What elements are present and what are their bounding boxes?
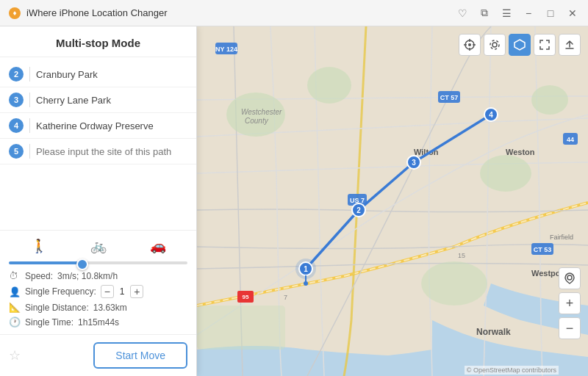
svg-text:4: 4	[489, 111, 493, 119]
mode-button[interactable]	[509, 34, 531, 56]
svg-text:CT 57: CT 57	[440, 94, 459, 101]
svg-point-48	[567, 275, 572, 280]
stop-divider	[29, 67, 30, 82]
walk-icon[interactable]: 🚶	[31, 238, 47, 254]
menu-button[interactable]: ☰	[500, 7, 513, 20]
restore-button[interactable]: □	[544, 7, 557, 20]
map-bottom-controls: + −	[559, 267, 581, 339]
time-row: 🕐 Single Time: 1h15m44s	[9, 317, 187, 328]
svg-text:Westchester: Westchester	[241, 108, 282, 116]
target-button[interactable]	[459, 34, 481, 56]
svg-text:2: 2	[356, 206, 361, 214]
frequency-controls: − 1 +	[101, 285, 187, 298]
bottom-section: ☆ Start Move	[0, 334, 196, 376]
stop-item: 5	[0, 139, 196, 164]
freq-value: 1	[120, 286, 125, 297]
app-title: iWhere iPhone Location Changer	[26, 7, 456, 18]
svg-text:Norwalk: Norwalk	[476, 327, 511, 337]
sidebar-title: Multi-stop Mode	[0, 26, 196, 57]
svg-text:Weston: Weston	[506, 148, 535, 156]
favorite-button[interactable]: ☆	[9, 347, 21, 364]
stop-item: 2 Cranbury Park	[0, 62, 196, 87]
svg-point-32	[304, 281, 308, 286]
car-icon[interactable]: 🚗	[150, 238, 166, 254]
svg-text:1: 1	[304, 265, 308, 273]
zoom-out-button[interactable]: −	[559, 317, 581, 339]
stop-divider	[29, 93, 30, 107]
frequency-icon: 👤	[9, 286, 21, 297]
svg-point-46	[490, 40, 499, 49]
stop-name: Katherine Ordway Preserve	[36, 120, 189, 131]
svg-text:7: 7	[284, 294, 287, 301]
time-label: Single Time:	[25, 317, 74, 328]
svg-point-40	[468, 43, 471, 46]
expand-button[interactable]	[534, 34, 556, 56]
main-container: Multi-stop Mode 2 Cranbury Park 3 Cherry…	[0, 26, 588, 376]
svg-point-15	[421, 261, 487, 306]
svg-text:Fairfield: Fairfield	[550, 234, 573, 241]
map-copyright: © OpenStreetMap contributors	[465, 366, 559, 375]
freq-minus-button[interactable]: −	[101, 285, 114, 298]
stop-item: 3 Cherry Lane Park	[0, 87, 196, 113]
sidebar: Multi-stop Mode 2 Cranbury Park 3 Cherry…	[0, 26, 197, 376]
speed-slider[interactable]	[9, 261, 187, 264]
stop-number: 2	[9, 67, 24, 82]
window-controls: ♡ ⧉ ☰ − □ ✕	[456, 7, 579, 20]
close-button[interactable]: ✕	[566, 7, 579, 20]
heart-button[interactable]: ♡	[456, 7, 469, 20]
stop-number: 4	[9, 118, 24, 133]
svg-text:3: 3	[412, 159, 416, 167]
stop-name: Cherry Lane Park	[36, 95, 189, 106]
stop-divider	[29, 144, 30, 159]
transport-section: 🚶 🚲 🚗 ⏱ Speed: 3m/s; 10.8km/h 👤 Single F…	[0, 230, 196, 334]
svg-marker-47	[514, 40, 525, 50]
stop-item: 4 Katherine Ordway Preserve	[0, 113, 196, 139]
transport-icons: 🚶 🚲 🚗	[9, 238, 187, 254]
time-icon: 🕐	[9, 317, 21, 328]
app-icon: ♦	[9, 7, 21, 19]
map-background: US 7 CT 57 CT 53 NY 124 44 Wilton Weston…	[197, 26, 588, 376]
svg-text:95: 95	[243, 294, 249, 300]
svg-text:CT 53: CT 53	[534, 246, 552, 253]
svg-text:County: County	[245, 117, 269, 125]
titlebar: ♦ iWhere iPhone Location Changer ♡ ⧉ ☰ −…	[0, 0, 588, 26]
map-top-controls	[459, 34, 581, 56]
svg-text:15: 15	[458, 252, 465, 259]
svg-point-45	[492, 43, 497, 47]
svg-text:44: 44	[567, 136, 574, 143]
windows-button[interactable]: ⧉	[478, 7, 491, 20]
settings-button[interactable]	[484, 34, 506, 56]
stop-name: Cranbury Park	[36, 69, 189, 80]
svg-point-12	[307, 67, 351, 104]
stop-number: 3	[9, 93, 24, 107]
export-button[interactable]	[559, 34, 581, 56]
frequency-label: Single Frequency:	[25, 286, 96, 297]
bike-icon[interactable]: 🚲	[90, 238, 107, 254]
distance-value: 13.63km	[93, 303, 127, 313]
distance-label: Single Distance:	[25, 303, 89, 313]
minimize-button[interactable]: −	[522, 7, 535, 20]
map-area: US 7 CT 57 CT 53 NY 124 44 Wilton Weston…	[197, 26, 588, 376]
time-value: 1h15m44s	[78, 317, 119, 328]
location-button[interactable]	[559, 267, 581, 289]
speed-icon: ⏱	[9, 270, 21, 281]
speed-row: ⏱ Speed: 3m/s; 10.8km/h	[9, 270, 187, 281]
start-move-button[interactable]: Start Move	[93, 342, 187, 369]
stop-list: 2 Cranbury Park 3 Cherry Lane Park 4 Kat…	[0, 57, 196, 230]
freq-plus-button[interactable]: +	[130, 285, 143, 298]
distance-icon: 📐	[9, 302, 21, 313]
svg-point-13	[480, 155, 531, 192]
stop-number: 5	[9, 144, 24, 159]
speed-value: 3m/s; 10.8km/h	[57, 271, 118, 281]
stop-input[interactable]	[36, 146, 189, 157]
zoom-in-button[interactable]: +	[559, 292, 581, 314]
stop-divider	[29, 118, 30, 133]
speed-label: Speed:	[25, 271, 53, 281]
frequency-row: 👤 Single Frequency: − 1 +	[9, 285, 187, 298]
svg-text:NY 124: NY 124	[215, 46, 237, 53]
distance-row: 📐 Single Distance: 13.63km	[9, 302, 187, 313]
svg-point-14	[531, 85, 568, 115]
